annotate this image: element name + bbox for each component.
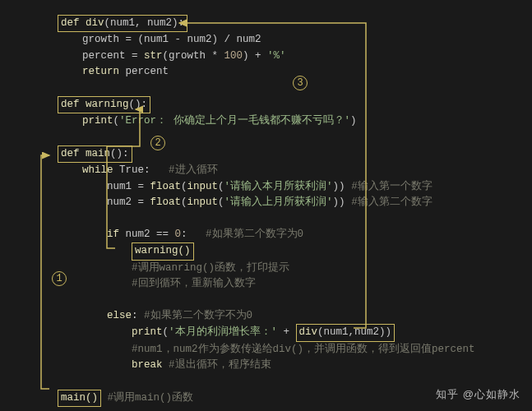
highlighted-box: warning()	[132, 242, 194, 260]
code-line: warning()	[33, 242, 524, 260]
highlighted-box: def warning():	[58, 96, 150, 113]
highlighted-box: div(num1,num2))	[296, 324, 396, 341]
code-line: def warning():	[33, 96, 524, 113]
highlighted-box: main()	[58, 390, 101, 407]
code-line: while True: #进入循环	[33, 163, 524, 178]
code-line: print('Error： 你确定上个月一毛钱都不赚不亏吗？')	[33, 113, 524, 129]
watermark: 知乎 @心如静水	[436, 386, 520, 403]
code-line: num1 = float(input('请输入本月所获利润')) #输入第一个数…	[33, 179, 524, 195]
highlighted-box: def main():	[58, 145, 132, 163]
code-line	[33, 130, 524, 145]
code-line: #调用wanring()函数，打印提示	[33, 261, 524, 276]
code-block: def div(num1, num2): growth = (num1 - nu…	[33, 15, 524, 407]
code-line: #num1，num2作为参数传递给div()，并调用函数，得到返回值percen…	[33, 342, 524, 358]
code-line: return percent	[33, 64, 524, 80]
code-line	[33, 81, 524, 96]
code-line: def main():	[33, 145, 524, 163]
code-line: #回到循环，重新输入数字	[33, 276, 524, 292]
annotation-2: 2	[150, 136, 165, 150]
code-line: break #退出循环，程序结束	[33, 358, 524, 373]
code-line: growth = (num1 - num2) / num2	[33, 32, 524, 48]
annotation-3: 3	[293, 76, 308, 90]
code-line: print('本月的利润增长率：' + div(num1,num2))	[33, 324, 524, 341]
highlighted-box: def div(num1, num2):	[58, 15, 187, 32]
code-line	[33, 292, 524, 307]
annotation-1: 1	[52, 271, 67, 286]
code-line: num2 = float(input('请输入上月所获利润')) #输入第二个数…	[33, 195, 524, 210]
code-line: if num2 == 0: #如果第二个数字为0	[33, 227, 524, 242]
code-line: else: #如果第二个数字不为0	[33, 308, 524, 324]
code-line: percent = str(growth * 100) + '%'	[33, 48, 524, 64]
code-line: def div(num1, num2):	[33, 15, 524, 32]
code-line	[33, 211, 524, 227]
